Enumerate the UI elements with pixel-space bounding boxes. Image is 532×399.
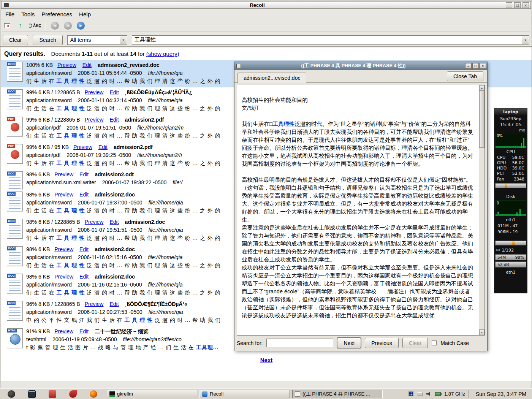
memory-meter[interactable]: 54M 98%	[495, 254, 526, 260]
edit-link[interactable]: Edit	[79, 328, 89, 334]
preview-link[interactable]: Preview	[54, 171, 73, 177]
term-explorer-button[interactable]: ÂBÇ	[28, 20, 42, 31]
result-url: file:/	[173, 179, 182, 185]
file-icon-doc: DOC	[3, 171, 26, 190]
preview-paragraph: 成功的校友对于公立大学当然有益无害，但不像对私立大学那么至关重要。但是选入未来社…	[242, 264, 474, 320]
edit-link[interactable]: Edit	[79, 171, 89, 177]
snippet-text: 泛 滥 的 时 ... 帮 助 我 们 理 清 这 些 纷 ... 之 外 的	[85, 78, 220, 84]
firefox-launcher[interactable]	[83, 390, 104, 399]
search-input[interactable]	[132, 36, 521, 44]
preview-minimize-button[interactable]: –	[465, 63, 472, 69]
net-krell[interactable]	[495, 241, 526, 245]
menu-help[interactable]: Help	[76, 10, 94, 18]
find-previous-button[interactable]: Previous	[365, 338, 398, 348]
menu-tools[interactable]: Tools	[18, 10, 38, 18]
task-button-1[interactable]: gkrellm	[107, 390, 197, 398]
window-menu-icon[interactable]	[4, 3, 9, 7]
preview-paragraph: 需要注意的是这些毕业后在社会上能成功发展的学生并不一定是在大学里学习成绩最好的学…	[242, 224, 474, 264]
edit-link[interactable]: Edit	[98, 144, 108, 150]
chevron-down-icon: ▼	[120, 36, 127, 44]
edit-link[interactable]: Edit	[82, 62, 92, 68]
clear-button[interactable]: Clear	[3, 35, 28, 45]
close-button[interactable]: ×	[522, 2, 529, 8]
previous-page-button[interactable]: ◀	[63, 20, 73, 31]
sort-button[interactable]: ↑	[15, 20, 25, 31]
app-launcher-2[interactable]	[63, 390, 83, 399]
temp-value: 59.0C	[512, 155, 524, 160]
edit-link[interactable]: Edit	[79, 192, 89, 198]
search-mode-select[interactable]: All terms ▼	[67, 35, 127, 45]
preview-tab[interactable]: admission2...evised.doc	[238, 73, 306, 83]
edit-link[interactable]: Edit	[79, 246, 89, 252]
cpu-label: CPU	[494, 149, 527, 155]
task-button-3[interactable]: ((工 PHRASE 4 具 PHRASE ...	[292, 390, 383, 398]
temp-label: PCI	[497, 171, 504, 176]
search-button[interactable]: Search	[33, 35, 62, 45]
temp-row: CPU59.0C	[494, 155, 527, 160]
fan-krell[interactable]	[495, 183, 526, 188]
preview-link[interactable]: Preview	[54, 192, 73, 198]
preview-link[interactable]: Preview	[54, 246, 73, 252]
app-launcher-1[interactable]	[42, 390, 63, 399]
preview-link[interactable]: Preview	[85, 301, 104, 307]
file-icon-art: DOC	[7, 219, 23, 239]
find-clear-button[interactable]: Clear	[402, 338, 428, 348]
file-icon-art: PDF	[7, 117, 23, 136]
preview-link[interactable]: Preview	[85, 117, 104, 123]
task-label: ((工 PHRASE 4 具 PHRASE ...	[302, 391, 370, 397]
preview-link[interactable]: Preview	[85, 89, 104, 95]
next-page-button[interactable]: ▶	[76, 20, 86, 31]
preview-titlebar[interactable]: ((工 PHRASE 4 具 PHRASE 4 理 PHRASE 4 性)) –…	[234, 62, 487, 70]
scroll-down-icon[interactable]: ▼	[479, 329, 484, 335]
preview-link[interactable]: Preview	[57, 62, 76, 68]
preview-paragraph	[242, 168, 474, 176]
first-page-button[interactable]: ◀	[50, 20, 60, 31]
scroll-up-icon[interactable]: ▲	[479, 85, 484, 91]
find-next-button[interactable]: Next	[337, 338, 361, 348]
menu-file[interactable]: File	[2, 10, 18, 18]
find-input[interactable]	[266, 339, 333, 347]
titlebar[interactable]: Recoll – □ ×	[1, 1, 531, 9]
disk-chart-spike	[516, 212, 518, 216]
battery-icon[interactable]	[435, 392, 441, 396]
menu-preferences[interactable]: Preferences	[38, 10, 76, 18]
preview-link[interactable]: Preview	[54, 274, 73, 280]
results-header-text: Query results.	[4, 51, 45, 57]
result-score-size: 98% 6 KB	[26, 192, 50, 198]
terminal-launcher[interactable]	[22, 390, 42, 399]
task-button-2[interactable]: Recoll	[200, 390, 290, 398]
preview-link[interactable]: Preview	[73, 144, 92, 150]
search-row: Clear Search All terms ▼ ▼	[3, 34, 529, 46]
result-score-size: 99% 6 KB / 1228865 B	[26, 89, 80, 95]
edit-link[interactable]: Edit	[109, 117, 119, 123]
preview-link[interactable]: Preview	[54, 328, 73, 334]
keyboard-icon[interactable]	[417, 392, 423, 396]
preview-close-button[interactable]: ×	[480, 63, 486, 69]
result-url: file:///home/qia	[148, 254, 183, 260]
edit-link[interactable]: Edit	[109, 301, 119, 307]
match-case-checkbox[interactable]	[432, 340, 437, 345]
result-url: file:///home/qian2/files/co	[123, 336, 182, 342]
query-history-arrow-icon[interactable]: ▼	[522, 36, 529, 44]
query-combo[interactable]: ▼	[132, 35, 529, 45]
edit-link[interactable]: Edit	[109, 219, 119, 225]
file-type-label: DOC	[7, 274, 16, 278]
volume-meter[interactable]: 52 dB	[495, 261, 526, 268]
pager-icon[interactable]	[408, 391, 413, 396]
next-results-link[interactable]: Next	[1, 357, 532, 363]
speaker-icon[interactable]	[426, 392, 432, 396]
maximize-button[interactable]: □	[514, 2, 521, 8]
start-menu-button[interactable]	[1, 390, 22, 399]
scrollbar-thumb[interactable]	[479, 91, 484, 148]
task-label: Recoll	[210, 391, 223, 397]
close-tab-button[interactable]: Close Tab	[447, 71, 483, 81]
preview-maximize-button[interactable]: □	[472, 63, 479, 69]
minimize-button[interactable]: –	[506, 2, 512, 8]
preview-link[interactable]: Preview	[85, 219, 104, 225]
results-header-text: Documents	[51, 51, 82, 57]
edit-link[interactable]: Edit	[109, 89, 119, 95]
edit-link[interactable]: Edit	[79, 274, 89, 280]
show-query-link[interactable]: (show query)	[146, 51, 179, 57]
query-details-button[interactable]	[2, 20, 13, 31]
preview-scrollbar[interactable]: ▲ ▼	[479, 85, 484, 335]
